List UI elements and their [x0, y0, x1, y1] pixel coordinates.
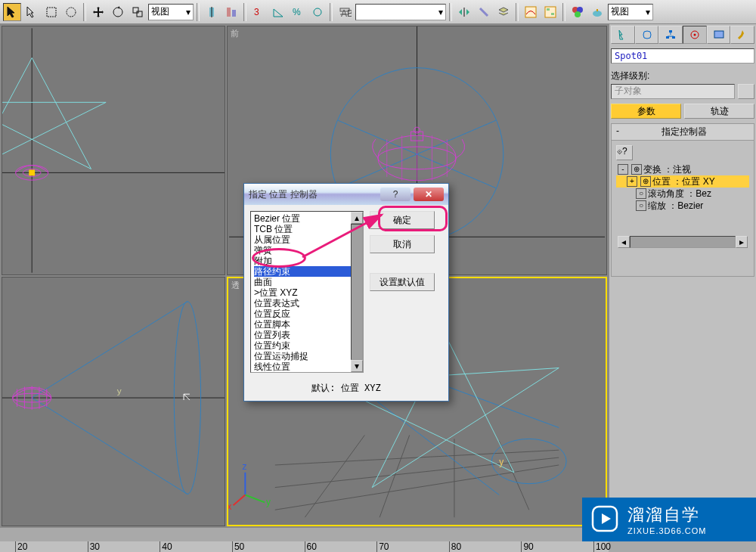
coord-system-dropdown[interactable]: 视图▾	[148, 4, 194, 20]
utilities-tab[interactable]	[730, 26, 754, 44]
arrow-alt-icon[interactable]	[23, 3, 41, 21]
material-icon[interactable]	[569, 3, 587, 21]
ruler-tick: 20	[15, 541, 27, 552]
svg-line-46	[32, 398, 187, 494]
select-tool-icon[interactable]	[3, 3, 21, 21]
controller-list-item[interactable]: 位置约束	[254, 340, 360, 351]
mirror-icon[interactable]	[203, 3, 221, 21]
svg-rect-16	[525, 7, 536, 17]
set-default-button[interactable]: 设置默认值	[370, 273, 435, 291]
dialog-close-icon[interactable]: ✕	[414, 188, 444, 201]
ruler-tick: 90	[521, 541, 533, 552]
svg-rect-18	[547, 8, 550, 11]
svg-rect-4	[137, 11, 142, 17]
controller-list-item[interactable]: Bezier 位置	[254, 213, 360, 224]
controller-list-item[interactable]: 附加	[254, 256, 360, 266]
svg-point-11	[314, 8, 321, 16]
controller-list-item[interactable]: >位置 XYZ	[254, 287, 360, 298]
scroll-up-icon[interactable]: ▴	[351, 212, 363, 224]
controller-list-item[interactable]: 线性位置	[254, 361, 360, 372]
svg-line-45	[32, 302, 187, 398]
named-sel-icon[interactable]: ABC	[336, 3, 354, 21]
scroll-left-icon[interactable]: ◂	[618, 236, 630, 248]
dialog-title: 指定 位置 控制器	[249, 188, 377, 201]
svg-point-1	[67, 8, 76, 17]
display-tab[interactable]	[707, 26, 731, 44]
svg-text:%: %	[293, 7, 301, 17]
modify-tab[interactable]	[635, 26, 659, 44]
svg-text:y: y	[117, 386, 122, 395]
svg-text:x: x	[228, 501, 232, 512]
watermark: 溜溜自学 ZIXUE.3D66.COM	[582, 498, 756, 541]
command-tabs	[611, 26, 754, 45]
marquee-circle-icon[interactable]	[62, 3, 80, 21]
controller-list-item[interactable]: 位置运动捕捉	[254, 351, 360, 361]
svg-rect-8	[232, 10, 236, 17]
params-button[interactable]: 参数	[611, 104, 681, 119]
layers-icon[interactable]	[494, 3, 513, 21]
mirror2-icon[interactable]	[455, 3, 473, 21]
render-icon[interactable]	[588, 3, 606, 21]
viewport-left[interactable]: y	[2, 277, 225, 526]
controller-list-item[interactable]: 位置脚本	[254, 319, 360, 330]
create-tab[interactable]	[611, 26, 635, 44]
controller-list-item[interactable]: 从属位置	[254, 234, 360, 245]
hierarchy-tab[interactable]	[658, 26, 683, 44]
cancel-button[interactable]: 取消	[370, 235, 435, 253]
marquee-rect-icon[interactable]	[42, 3, 60, 21]
coord-system-value: 视图	[151, 5, 169, 18]
main-toolbar: 视图▾ 3 % ABC ▾ 视图▾	[0, 0, 756, 24]
svg-rect-0	[47, 8, 56, 17]
scroll-down-icon[interactable]: ▾	[351, 360, 363, 372]
listbox-scroll-track[interactable]	[351, 224, 363, 360]
sub-object-dropdown[interactable]: 子对象	[611, 84, 735, 99]
move-tool-icon[interactable]	[89, 3, 107, 21]
controller-list-item[interactable]: 位置列表	[254, 330, 360, 340]
svg-line-58	[275, 450, 559, 465]
svg-line-59	[305, 435, 364, 517]
schematic-icon[interactable]	[541, 3, 559, 21]
dialog-titlebar[interactable]: 指定 位置 控制器 ? ✕	[244, 184, 448, 205]
svg-rect-74	[669, 30, 672, 33]
percent-snap-icon[interactable]: %	[289, 3, 307, 21]
svg-text:z: z	[242, 461, 246, 472]
svg-point-22	[575, 11, 581, 17]
svg-point-80	[693, 34, 696, 36]
controller-list-item[interactable]: 音频位置	[254, 372, 360, 373]
tracks-button[interactable]: 轨迹	[684, 104, 754, 119]
controller-list-item[interactable]: 位置反应	[254, 309, 360, 319]
named-sel-dropdown[interactable]: ▾	[355, 4, 446, 20]
scroll-track[interactable]	[630, 236, 736, 248]
rotate-tool-icon[interactable]	[109, 3, 127, 21]
controller-list-item[interactable]: 位置表达式	[254, 298, 360, 309]
svg-line-57	[275, 457, 559, 488]
sub-object-options[interactable]	[738, 84, 754, 99]
snap-toggle-icon[interactable]: 3	[249, 3, 268, 21]
render-view-dropdown[interactable]: 视图▾	[608, 4, 653, 20]
dialog-help-icon[interactable]: ?	[380, 188, 411, 201]
assign-controller-header[interactable]: -指定控制器	[611, 123, 754, 141]
controller-list-item[interactable]: 路径约束	[254, 266, 360, 277]
controller-list-item[interactable]: 曲面	[254, 277, 360, 287]
curve-editor-icon[interactable]	[522, 3, 540, 21]
angle-snap-icon[interactable]	[269, 3, 287, 21]
align-icon[interactable]	[222, 3, 240, 21]
svg-rect-81	[714, 31, 723, 38]
timeline-ruler[interactable]: 2030405060708090100	[0, 541, 609, 552]
scroll-right-icon[interactable]: ▸	[736, 236, 748, 248]
spinner-snap-icon[interactable]	[308, 3, 327, 21]
controller-tree[interactable]: -⊕变换 ：注视 +⊕位置 ：位置 XY ○滚动角度 ：Bez ○缩放 ：Bez…	[615, 162, 751, 213]
controller-list-item[interactable]: TCB 位置	[254, 224, 360, 234]
motion-tab[interactable]	[683, 26, 707, 44]
assign-controller-icon-button[interactable]: ⟐?	[616, 145, 633, 160]
controller-list-item[interactable]: 弹簧	[254, 245, 360, 256]
watermark-url: ZIXUE.3D66.COM	[627, 526, 706, 535]
controller-list[interactable]: Bezier 位置TCB 位置从属位置弹簧附加路径约束曲面>位置 XYZ位置表达…	[250, 211, 364, 373]
ruler-tick: 50	[232, 541, 244, 552]
ok-button[interactable]: 确定	[370, 211, 435, 229]
viewport-top[interactable]	[2, 26, 225, 275]
align2-icon[interactable]	[475, 3, 493, 21]
object-name-input[interactable]	[611, 48, 754, 64]
scale-tool-icon[interactable]	[129, 3, 147, 21]
svg-rect-19	[551, 13, 554, 15]
